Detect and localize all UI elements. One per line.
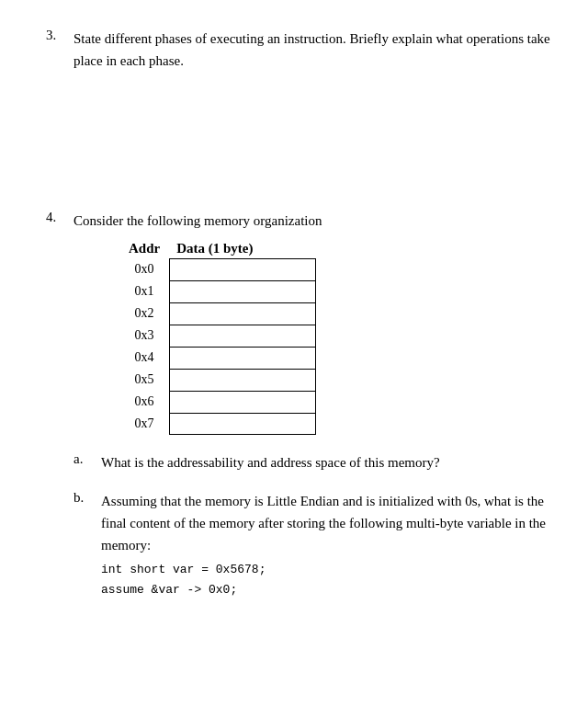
- addr-cell-7: 0x7: [129, 413, 160, 435]
- sub-text-a: What is the addressability and address s…: [101, 455, 440, 470]
- sub-content-b: Assuming that the memory is Little Endia…: [101, 490, 551, 600]
- sub-content-a: What is the addressability and address s…: [101, 451, 551, 473]
- sub-text-b: Assuming that the memory is Little Endia…: [101, 494, 546, 553]
- spacer: [46, 99, 551, 210]
- data-cell-4: [169, 347, 316, 369]
- sub-label-b: b.: [74, 490, 101, 600]
- memory-table-wrapper: Addr 0x0 0x1 0x2 0x3 0x4 0x5 0x6 0x7 Dat…: [129, 241, 551, 435]
- code-line-2: assume &var -> 0x0;: [101, 580, 551, 600]
- addr-column: Addr 0x0 0x1 0x2 0x3 0x4 0x5 0x6 0x7: [129, 241, 160, 435]
- addr-cell-6: 0x6: [129, 391, 160, 413]
- memory-section: Addr 0x0 0x1 0x2 0x3 0x4 0x5 0x6 0x7 Dat…: [74, 241, 551, 435]
- data-cell-1: [169, 280, 316, 302]
- question-3-content: State different phases of executing an i…: [74, 28, 551, 72]
- question-4-number: 4.: [46, 210, 74, 617]
- data-cell-5: [169, 369, 316, 391]
- addr-cell-0: 0x0: [129, 258, 160, 280]
- addr-cell-4: 0x4: [129, 347, 160, 369]
- question-3-number: 3.: [46, 28, 74, 72]
- addr-cell-3: 0x3: [129, 325, 160, 347]
- code-line-1: int short var = 0x5678;: [101, 560, 551, 580]
- data-cell-6: [169, 391, 316, 413]
- addr-header: Addr: [129, 241, 160, 256]
- data-cell-0: [169, 258, 316, 280]
- data-cell-2: [169, 302, 316, 325]
- question-4: 4. Consider the following memory organiz…: [46, 210, 551, 617]
- question-3-text: State different phases of executing an i…: [74, 28, 551, 72]
- sub-questions: a. What is the addressability and addres…: [74, 451, 551, 600]
- addr-cell-2: 0x2: [129, 302, 160, 325]
- code-block-b: int short var = 0x5678; assume &var -> 0…: [101, 560, 551, 600]
- sub-question-a: a. What is the addressability and addres…: [74, 451, 551, 473]
- question-3: 3. State different phases of executing a…: [46, 28, 551, 72]
- addr-cell-5: 0x5: [129, 369, 160, 391]
- data-column: Data (1 byte): [169, 241, 316, 435]
- question-4-intro: Consider the following memory organizati…: [74, 210, 551, 232]
- sub-label-a: a.: [74, 451, 101, 473]
- data-cell-3: [169, 325, 316, 347]
- data-header: Data (1 byte): [176, 241, 316, 256]
- sub-question-b: b. Assuming that the memory is Little En…: [74, 490, 551, 600]
- addr-cell-1: 0x1: [129, 280, 160, 302]
- question-4-content: Consider the following memory organizati…: [74, 210, 551, 617]
- data-cell-7: [169, 413, 316, 435]
